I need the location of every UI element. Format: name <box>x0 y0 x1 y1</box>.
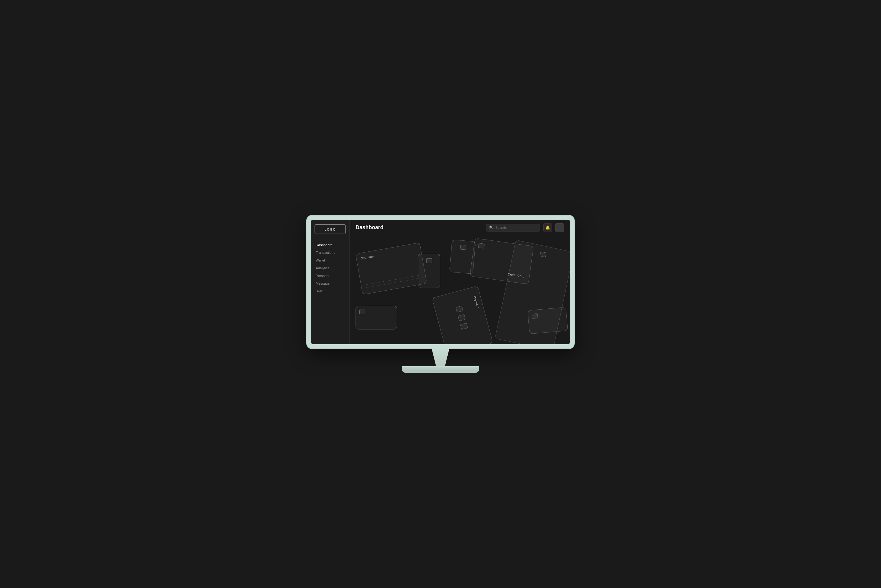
sidebar-item-label-message: Message <box>316 282 330 285</box>
logo-button[interactable]: LOGO <box>314 224 346 234</box>
card-overview-label: Overview <box>361 254 374 260</box>
card-credit-chip <box>478 243 485 249</box>
logo-label: LOGO <box>324 228 336 231</box>
avatar-button[interactable] <box>555 223 564 232</box>
card-payment-chip3 <box>460 322 468 330</box>
search-icon: 🔍 <box>489 226 494 230</box>
sidebar-item-personal[interactable]: Personal <box>314 272 346 280</box>
notification-button[interactable]: 🔔 <box>543 223 552 232</box>
sidebar: LOGO Dashboard Transactions Wallet Analy… <box>311 220 350 344</box>
search-input[interactable] <box>495 226 537 230</box>
card-payment-chip1 <box>456 305 463 312</box>
sidebar-item-label-analytics: Analytics <box>316 266 329 270</box>
card-center-chip <box>426 258 432 263</box>
cards-area: Overview Credit Card <box>350 236 570 344</box>
search-bar[interactable]: 🔍 <box>486 224 540 231</box>
sidebar-item-setting[interactable]: Setting <box>314 287 346 295</box>
card-payment-chip2 <box>458 314 465 321</box>
stand-neck <box>425 348 456 366</box>
sidebar-item-label-personal: Personal <box>316 274 329 278</box>
stand-base <box>402 366 479 373</box>
sidebar-item-transactions[interactable]: Transactions <box>314 249 346 256</box>
sidebar-item-label-wallet: Wallet <box>316 258 325 262</box>
sidebar-item-wallet[interactable]: Wallet <box>314 256 346 264</box>
bell-icon: 🔔 <box>545 225 550 230</box>
card-small-top <box>449 239 475 274</box>
sidebar-item-message[interactable]: Message <box>314 280 346 287</box>
sidebar-item-analytics[interactable]: Analytics <box>314 264 346 272</box>
card-bottom-left-chip <box>359 310 365 314</box>
card-payment-label: Payment <box>473 296 480 309</box>
monitor-stand <box>402 348 479 373</box>
sidebar-item-dashboard[interactable]: Dashboard <box>314 241 346 249</box>
card-overview: Overview <box>356 242 427 294</box>
screen: LOGO Dashboard Transactions Wallet Analy… <box>311 220 570 344</box>
card-bottom-left <box>356 306 397 330</box>
topbar: Dashboard 🔍 🔔 <box>350 220 570 236</box>
card-small-top-chip <box>460 244 466 250</box>
card-center-tall <box>418 254 440 288</box>
main-content: Dashboard 🔍 🔔 <box>350 220 570 344</box>
sidebar-item-label-setting: Setting <box>316 290 326 293</box>
page-title: Dashboard <box>356 224 383 231</box>
card-tall-right-chip <box>540 251 547 257</box>
monitor-body: LOGO Dashboard Transactions Wallet Analy… <box>307 216 574 348</box>
topbar-right: 🔍 🔔 <box>486 223 564 232</box>
monitor-wrapper: LOGO Dashboard Transactions Wallet Analy… <box>307 216 574 373</box>
card-payment: Payment <box>432 285 493 344</box>
sidebar-item-label-dashboard: Dashboard <box>316 243 332 247</box>
sidebar-item-label-transactions: Transactions <box>316 251 335 254</box>
